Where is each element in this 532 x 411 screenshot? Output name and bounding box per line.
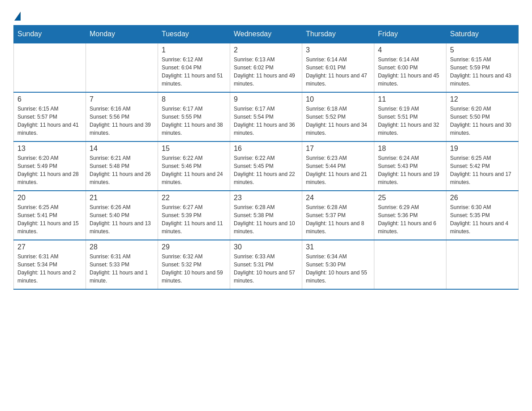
calendar-table: SundayMondayTuesdayWednesdayThursdayFrid… (13, 25, 519, 290)
week-row-4: 27Sunrise: 6:31 AM Sunset: 5:34 PM Dayli… (14, 240, 519, 289)
day-number: 27 (17, 243, 82, 251)
day-info: Sunrise: 6:23 AM Sunset: 5:44 PM Dayligh… (306, 154, 370, 186)
day-info: Sunrise: 6:24 AM Sunset: 5:43 PM Dayligh… (378, 154, 442, 186)
day-info: Sunrise: 6:17 AM Sunset: 5:55 PM Dayligh… (162, 105, 226, 137)
day-info: Sunrise: 6:33 AM Sunset: 5:31 PM Dayligh… (234, 253, 298, 285)
week-row-3: 20Sunrise: 6:25 AM Sunset: 5:41 PM Dayli… (14, 191, 519, 240)
day-info: Sunrise: 6:13 AM Sunset: 6:02 PM Dayligh… (234, 56, 298, 88)
day-number: 14 (90, 145, 154, 153)
header-day-wednesday: Wednesday (230, 26, 302, 43)
day-info: Sunrise: 6:28 AM Sunset: 5:38 PM Dayligh… (234, 203, 298, 235)
day-number: 11 (378, 95, 442, 103)
calendar-cell: 3Sunrise: 6:14 AM Sunset: 6:01 PM Daylig… (302, 43, 374, 92)
day-info: Sunrise: 6:14 AM Sunset: 6:00 PM Dayligh… (378, 56, 442, 88)
logo-triangle-icon (14, 12, 21, 21)
calendar-cell: 31Sunrise: 6:34 AM Sunset: 5:30 PM Dayli… (302, 240, 374, 289)
calendar-cell: 28Sunrise: 6:31 AM Sunset: 5:33 PM Dayli… (86, 240, 158, 289)
header-day-monday: Monday (86, 26, 158, 43)
week-row-1: 6Sunrise: 6:15 AM Sunset: 5:57 PM Daylig… (14, 92, 519, 141)
header-day-tuesday: Tuesday (158, 26, 230, 43)
calendar-cell: 10Sunrise: 6:18 AM Sunset: 5:52 PM Dayli… (302, 92, 374, 141)
day-number: 24 (306, 194, 370, 202)
calendar-cell: 9Sunrise: 6:17 AM Sunset: 5:54 PM Daylig… (230, 92, 302, 141)
day-info: Sunrise: 6:28 AM Sunset: 5:37 PM Dayligh… (306, 203, 370, 235)
day-number: 29 (162, 243, 226, 251)
day-info: Sunrise: 6:25 AM Sunset: 5:42 PM Dayligh… (450, 154, 515, 186)
day-number: 1 (162, 46, 226, 54)
week-row-0: 1Sunrise: 6:12 AM Sunset: 6:04 PM Daylig… (14, 43, 519, 92)
day-info: Sunrise: 6:15 AM Sunset: 5:59 PM Dayligh… (450, 56, 515, 88)
day-info: Sunrise: 6:31 AM Sunset: 5:33 PM Dayligh… (90, 253, 154, 285)
calendar-cell: 16Sunrise: 6:22 AM Sunset: 5:45 PM Dayli… (230, 141, 302, 191)
day-number: 21 (90, 194, 154, 202)
calendar-cell (446, 240, 519, 289)
calendar-cell: 25Sunrise: 6:29 AM Sunset: 5:36 PM Dayli… (374, 191, 446, 240)
day-number: 3 (306, 46, 370, 54)
calendar-cell: 11Sunrise: 6:19 AM Sunset: 5:51 PM Dayli… (374, 92, 446, 141)
day-info: Sunrise: 6:19 AM Sunset: 5:51 PM Dayligh… (378, 105, 442, 137)
day-number: 20 (17, 194, 82, 202)
page-header (13, 9, 519, 21)
day-info: Sunrise: 6:15 AM Sunset: 5:57 PM Dayligh… (17, 105, 82, 137)
header-day-sunday: Sunday (14, 26, 86, 43)
calendar-cell: 17Sunrise: 6:23 AM Sunset: 5:44 PM Dayli… (302, 141, 374, 191)
calendar-cell: 26Sunrise: 6:30 AM Sunset: 5:35 PM Dayli… (446, 191, 519, 240)
day-number: 12 (450, 95, 515, 103)
day-info: Sunrise: 6:30 AM Sunset: 5:35 PM Dayligh… (450, 203, 515, 235)
calendar-cell: 7Sunrise: 6:16 AM Sunset: 5:56 PM Daylig… (86, 92, 158, 141)
day-number: 4 (378, 46, 442, 54)
day-info: Sunrise: 6:22 AM Sunset: 5:46 PM Dayligh… (162, 154, 226, 186)
calendar-cell: 27Sunrise: 6:31 AM Sunset: 5:34 PM Dayli… (14, 240, 86, 289)
logo (13, 9, 21, 21)
calendar-cell: 2Sunrise: 6:13 AM Sunset: 6:02 PM Daylig… (230, 43, 302, 92)
day-number: 30 (234, 243, 298, 251)
header-row: SundayMondayTuesdayWednesdayThursdayFrid… (14, 26, 519, 43)
calendar-header: SundayMondayTuesdayWednesdayThursdayFrid… (14, 26, 519, 43)
header-day-friday: Friday (374, 26, 446, 43)
day-info: Sunrise: 6:12 AM Sunset: 6:04 PM Dayligh… (162, 56, 226, 88)
day-info: Sunrise: 6:16 AM Sunset: 5:56 PM Dayligh… (90, 105, 154, 137)
day-info: Sunrise: 6:20 AM Sunset: 5:50 PM Dayligh… (450, 105, 515, 137)
calendar-cell: 20Sunrise: 6:25 AM Sunset: 5:41 PM Dayli… (14, 191, 86, 240)
calendar-cell: 8Sunrise: 6:17 AM Sunset: 5:55 PM Daylig… (158, 92, 230, 141)
calendar-cell: 23Sunrise: 6:28 AM Sunset: 5:38 PM Dayli… (230, 191, 302, 240)
day-number: 16 (234, 145, 298, 153)
day-number: 5 (450, 46, 515, 54)
calendar-cell: 24Sunrise: 6:28 AM Sunset: 5:37 PM Dayli… (302, 191, 374, 240)
day-number: 7 (90, 95, 154, 103)
calendar-cell: 21Sunrise: 6:26 AM Sunset: 5:40 PM Dayli… (86, 191, 158, 240)
calendar-body: 1Sunrise: 6:12 AM Sunset: 6:04 PM Daylig… (14, 43, 519, 289)
day-info: Sunrise: 6:34 AM Sunset: 5:30 PM Dayligh… (306, 253, 370, 285)
day-number: 26 (450, 194, 515, 202)
calendar-cell: 18Sunrise: 6:24 AM Sunset: 5:43 PM Dayli… (374, 141, 446, 191)
day-number: 10 (306, 95, 370, 103)
calendar-cell: 30Sunrise: 6:33 AM Sunset: 5:31 PM Dayli… (230, 240, 302, 289)
calendar-cell (374, 240, 446, 289)
day-number: 8 (162, 95, 226, 103)
day-number: 9 (234, 95, 298, 103)
calendar-cell: 5Sunrise: 6:15 AM Sunset: 5:59 PM Daylig… (446, 43, 519, 92)
calendar-cell (86, 43, 158, 92)
day-number: 13 (17, 145, 82, 153)
day-number: 31 (306, 243, 370, 251)
day-info: Sunrise: 6:14 AM Sunset: 6:01 PM Dayligh… (306, 56, 370, 88)
calendar-cell: 12Sunrise: 6:20 AM Sunset: 5:50 PM Dayli… (446, 92, 519, 141)
calendar-cell: 19Sunrise: 6:25 AM Sunset: 5:42 PM Dayli… (446, 141, 519, 191)
day-number: 18 (378, 145, 442, 153)
calendar-cell: 4Sunrise: 6:14 AM Sunset: 6:00 PM Daylig… (374, 43, 446, 92)
calendar-cell: 13Sunrise: 6:20 AM Sunset: 5:49 PM Dayli… (14, 141, 86, 191)
calendar-cell: 14Sunrise: 6:21 AM Sunset: 5:48 PM Dayli… (86, 141, 158, 191)
day-number: 28 (90, 243, 154, 251)
calendar-cell: 22Sunrise: 6:27 AM Sunset: 5:39 PM Dayli… (158, 191, 230, 240)
day-number: 6 (17, 95, 82, 103)
calendar-cell: 15Sunrise: 6:22 AM Sunset: 5:46 PM Dayli… (158, 141, 230, 191)
calendar-cell: 1Sunrise: 6:12 AM Sunset: 6:04 PM Daylig… (158, 43, 230, 92)
calendar-cell: 29Sunrise: 6:32 AM Sunset: 5:32 PM Dayli… (158, 240, 230, 289)
calendar-cell (14, 43, 86, 92)
header-day-saturday: Saturday (446, 26, 519, 43)
day-info: Sunrise: 6:31 AM Sunset: 5:34 PM Dayligh… (17, 253, 82, 285)
day-number: 25 (378, 194, 442, 202)
day-info: Sunrise: 6:22 AM Sunset: 5:45 PM Dayligh… (234, 154, 298, 186)
day-info: Sunrise: 6:26 AM Sunset: 5:40 PM Dayligh… (90, 203, 154, 235)
week-row-2: 13Sunrise: 6:20 AM Sunset: 5:49 PM Dayli… (14, 141, 519, 191)
